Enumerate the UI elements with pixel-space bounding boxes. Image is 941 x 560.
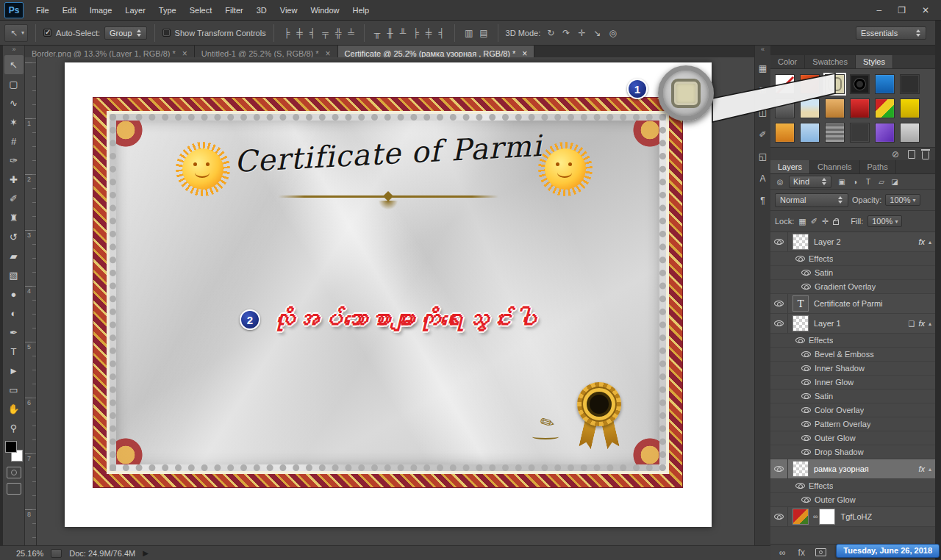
distribute-right-edges-icon[interactable]: ╡ xyxy=(436,26,447,40)
effect-row[interactable]: Outer Glow xyxy=(770,431,935,445)
zoom-tool[interactable]: ⚲ xyxy=(4,418,24,437)
history-brush-tool[interactable]: ↺ xyxy=(4,227,24,246)
brush-tool[interactable]: ✐ xyxy=(4,189,24,208)
dodge-tool[interactable]: ◐ xyxy=(4,304,24,323)
foreground-color-chip[interactable] xyxy=(5,441,17,453)
align-left-edges-icon[interactable]: ╞ xyxy=(282,26,293,40)
brush-panel-icon[interactable]: ✐ xyxy=(756,126,770,143)
menu-type[interactable]: Type xyxy=(152,6,183,15)
visibility-cell[interactable] xyxy=(798,403,813,417)
tab-channels[interactable]: Channels xyxy=(810,160,859,173)
visibility-cell[interactable] xyxy=(770,232,788,251)
histogram-panel-icon[interactable]: ▦ xyxy=(756,60,770,77)
clear-style-icon[interactable]: ⊘ xyxy=(890,148,901,161)
3d-drag-icon[interactable]: ✛ xyxy=(576,26,587,40)
crop-tool[interactable]: # xyxy=(4,132,24,151)
effect-row[interactable]: Inner Glow xyxy=(770,376,935,390)
opacity-field[interactable]: 100% ▾ xyxy=(885,194,920,206)
style-swatch-6[interactable] xyxy=(900,74,920,94)
menu-edit[interactable]: Edit xyxy=(56,6,83,15)
layer-row[interactable]: ∞TgfLoHZ xyxy=(770,507,935,527)
3d-scale-icon[interactable]: ◎ xyxy=(607,26,619,40)
lock-pixels-icon[interactable]: ✐ xyxy=(811,217,817,226)
vertical-ruler[interactable]: 12345678 xyxy=(25,57,37,545)
gradient-tool[interactable]: ▧ xyxy=(4,265,24,284)
close-button[interactable]: ✕ xyxy=(922,5,929,15)
blend-mode-dropdown[interactable]: Normal xyxy=(775,193,848,207)
effects-header-row[interactable]: Effects xyxy=(770,479,935,493)
minimize-button[interactable]: – xyxy=(876,5,881,15)
expand-panels-icon[interactable]: « xyxy=(761,46,765,55)
layer-row[interactable]: TCertificate of Parmi xyxy=(770,294,935,314)
layer-row[interactable]: Layer 2fx▴ xyxy=(770,232,935,252)
style-swatch-16[interactable] xyxy=(850,123,870,143)
lock-all-icon[interactable] xyxy=(833,220,839,225)
menu-filter[interactable]: Filter xyxy=(218,6,249,15)
paragraph-panel-icon[interactable]: ¶ xyxy=(756,192,770,209)
effect-row[interactable]: Drop Shadow xyxy=(770,445,935,459)
filter-smart-objects-icon[interactable]: ◪ xyxy=(889,178,901,186)
3d-rotate-icon[interactable]: ↻ xyxy=(545,26,557,40)
visibility-cell[interactable] xyxy=(798,390,813,403)
tab-styles[interactable]: Styles xyxy=(856,55,893,68)
blur-tool[interactable]: ● xyxy=(4,284,24,304)
menu-help[interactable]: Help xyxy=(346,6,376,15)
visibility-cell[interactable] xyxy=(770,459,788,478)
menu-layer[interactable]: Layer xyxy=(118,6,152,15)
distribute-horizontal-centers-icon[interactable]: ╪ xyxy=(423,26,434,40)
quick-mask-button[interactable] xyxy=(7,467,21,478)
visibility-cell[interactable] xyxy=(798,362,813,375)
visibility-cell[interactable] xyxy=(770,314,788,333)
filter-shape-layers-icon[interactable]: ▱ xyxy=(876,178,887,186)
style-swatch-4[interactable] xyxy=(850,74,870,94)
effect-row[interactable]: Color Overlay xyxy=(770,403,935,417)
healing-brush-tool[interactable]: ✚ xyxy=(4,170,24,189)
move-tool[interactable]: ↖ xyxy=(4,55,24,74)
align-right-edges-icon[interactable]: ╡ xyxy=(307,26,318,40)
effect-row[interactable]: Pattern Overlay xyxy=(770,417,935,431)
distribute-bottom-edges-icon[interactable]: ╨ xyxy=(398,26,409,40)
auto-align-icon[interactable]: ▥ xyxy=(462,26,475,40)
new-style-icon[interactable] xyxy=(908,150,915,159)
style-swatch-7[interactable] xyxy=(775,98,795,118)
eraser-tool[interactable]: ▰ xyxy=(4,246,24,265)
navigator-panel-icon[interactable]: ⊞ xyxy=(756,82,770,99)
clone-source-panel-icon[interactable]: ◱ xyxy=(756,148,770,165)
style-swatch-3[interactable] xyxy=(825,74,845,94)
quick-selection-tool[interactable]: ✶ xyxy=(4,112,24,132)
visibility-cell[interactable] xyxy=(770,294,788,313)
workspace-switcher[interactable]: Essentials xyxy=(856,26,926,40)
link-layers-icon[interactable]: ∞ xyxy=(777,546,788,559)
menu-3d[interactable]: 3D xyxy=(250,6,273,15)
path-selection-tool[interactable]: ► xyxy=(4,361,24,380)
distribute-spacing-icon[interactable]: ▤ xyxy=(477,26,490,40)
filter-pixel-layers-icon[interactable]: ▣ xyxy=(836,178,848,186)
status-menu-icon[interactable] xyxy=(51,549,62,558)
collapse-effects-icon[interactable]: ▴ xyxy=(929,239,931,245)
visibility-cell[interactable] xyxy=(798,445,813,459)
distribute-top-edges-icon[interactable]: ╥ xyxy=(372,26,383,40)
style-swatch-13[interactable] xyxy=(775,123,795,143)
tool-preset-picker[interactable]: ↖ ▾ xyxy=(4,24,28,42)
rectangle-tool[interactable]: ▭ xyxy=(4,380,24,399)
tab-layers[interactable]: Layers xyxy=(770,160,810,173)
visibility-cell[interactable] xyxy=(792,334,807,347)
tab-color[interactable]: Color xyxy=(770,55,805,68)
style-swatch-8[interactable] xyxy=(800,98,820,118)
layer-row[interactable]: Layer 1❑fx▴ xyxy=(770,314,935,334)
align-bottom-edges-icon[interactable]: ╧ xyxy=(346,26,357,40)
visibility-cell[interactable] xyxy=(798,376,813,389)
clone-stamp-tool[interactable]: ♜ xyxy=(4,208,24,227)
zoom-level[interactable]: 25.16% xyxy=(16,549,43,558)
pasteboard[interactable]: Certificate of Parmi 2 လိုအပ်သောစာများကိ… xyxy=(37,57,754,545)
align-horizontal-centers-icon[interactable]: ╪ xyxy=(294,26,305,40)
effect-row[interactable]: Outer Glow xyxy=(770,493,935,507)
style-swatch-2[interactable] xyxy=(800,74,820,94)
lasso-tool[interactable]: ∿ xyxy=(4,93,24,112)
hand-tool[interactable]: ✋ xyxy=(4,399,24,418)
status-popup-arrow-icon[interactable]: ▶ xyxy=(143,549,149,557)
character-panel-icon[interactable]: A xyxy=(756,170,770,187)
tab-swatches[interactable]: Swatches xyxy=(805,55,856,68)
collapse-effects-icon[interactable]: ▴ xyxy=(929,320,931,327)
visibility-cell[interactable] xyxy=(792,479,807,492)
